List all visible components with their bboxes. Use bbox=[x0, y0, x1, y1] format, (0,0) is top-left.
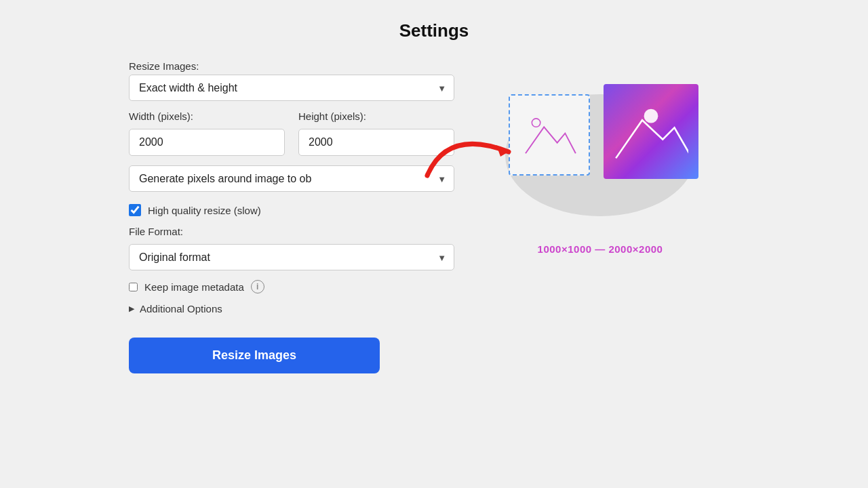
settings-page: Settings Resize Images: Exact width & he… bbox=[0, 0, 868, 488]
resize-images-label: Resize Images: bbox=[129, 60, 454, 72]
dimensions-row: Width (pixels): Height (pixels): bbox=[129, 110, 454, 156]
width-field: Width (pixels): bbox=[129, 110, 285, 156]
svg-point-2 bbox=[644, 108, 658, 123]
metadata-checkbox[interactable] bbox=[129, 283, 138, 291]
file-format-select-wrapper: Original format JPEG PNG WEBP ▼ bbox=[129, 244, 454, 270]
file-format-label: File Format: bbox=[129, 226, 454, 237]
svg-point-1 bbox=[532, 119, 540, 127]
illustration-after-image bbox=[604, 84, 698, 179]
high-quality-label[interactable]: High quality resize (slow) bbox=[148, 205, 261, 216]
triangle-icon: ▶ bbox=[129, 304, 134, 313]
before-mountain-svg bbox=[522, 111, 576, 159]
main-content: Resize Images: Exact width & height Scal… bbox=[129, 60, 739, 373]
additional-options-label: Additional Options bbox=[140, 303, 222, 314]
resize-images-select[interactable]: Exact width & height Scale to width Scal… bbox=[129, 75, 454, 101]
page-title: Settings bbox=[399, 20, 469, 41]
after-mountain-svg bbox=[614, 100, 688, 164]
height-input[interactable] bbox=[298, 129, 454, 156]
additional-options-row[interactable]: ▶ Additional Options bbox=[129, 303, 454, 314]
width-label: Width (pixels): bbox=[129, 110, 285, 122]
resize-images-button[interactable]: Resize Images bbox=[129, 338, 380, 373]
illustration-wrapper bbox=[495, 74, 705, 237]
fill-method-wrapper: Generate pixels around image to ob Stret… bbox=[129, 165, 454, 192]
resize-images-select-wrapper: Exact width & height Scale to width Scal… bbox=[129, 75, 454, 101]
width-input[interactable] bbox=[129, 129, 285, 156]
illustration-before-image bbox=[509, 94, 590, 176]
dimension-label: 1000×1000 — 2000×2000 bbox=[538, 243, 663, 255]
metadata-label[interactable]: Keep image metadata bbox=[144, 281, 244, 293]
metadata-row: Keep image metadata i bbox=[129, 280, 454, 293]
fill-method-select[interactable]: Generate pixels around image to ob Stret… bbox=[129, 165, 454, 192]
height-field: Height (pixels): bbox=[298, 110, 454, 156]
resize-images-field: Resize Images: Exact width & height Scal… bbox=[129, 60, 454, 101]
high-quality-row: High quality resize (slow) bbox=[129, 204, 454, 216]
file-format-section: File Format: Original format JPEG PNG WE… bbox=[129, 226, 454, 270]
metadata-info-icon[interactable]: i bbox=[251, 280, 264, 293]
high-quality-checkbox[interactable] bbox=[129, 204, 141, 216]
height-label: Height (pixels): bbox=[298, 110, 454, 122]
left-panel: Resize Images: Exact width & height Scal… bbox=[129, 60, 454, 373]
right-panel: 1000×1000 — 2000×2000 bbox=[495, 60, 705, 255]
file-format-select[interactable]: Original format JPEG PNG WEBP bbox=[129, 244, 454, 270]
